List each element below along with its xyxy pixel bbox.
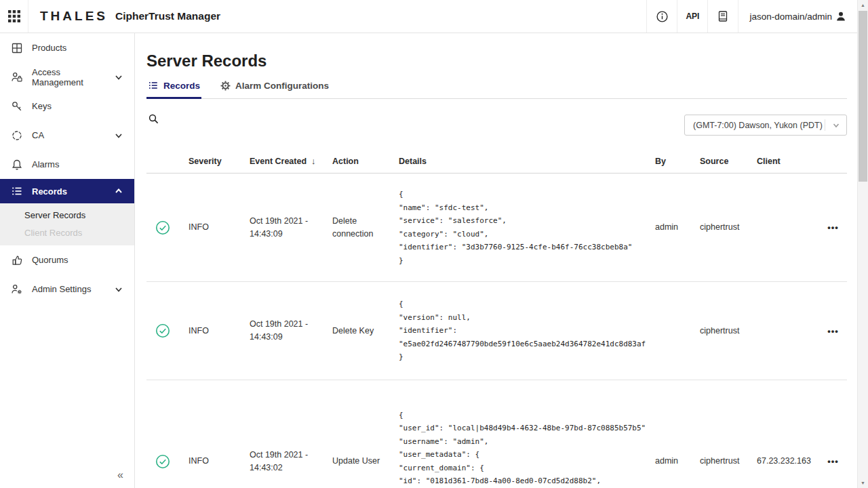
- table-row[interactable]: INFO Oct 19th 2021 - 14:43:09 Delete con…: [146, 174, 847, 282]
- action-cell: Delete connection: [323, 215, 389, 241]
- source-cell: ciphertrust: [690, 221, 747, 234]
- success-check-icon: [155, 454, 170, 469]
- column-source[interactable]: Source: [690, 157, 747, 166]
- filter-row: (GMT-7:00) Dawson, Yukon (PDT): [146, 99, 847, 142]
- tab-bar: Records Alarm Configurations: [146, 75, 847, 99]
- chevron-down-icon: [114, 73, 123, 82]
- chevron-down-icon: [825, 119, 846, 131]
- timezone-select[interactable]: (GMT-7:00) Dawson, Yukon (PDT): [684, 115, 847, 136]
- key-icon: [11, 100, 23, 113]
- vertical-scrollbar[interactable]: ▲ ▼: [857, 0, 868, 488]
- sidebar-item-client-records[interactable]: Client Records: [0, 224, 134, 241]
- tab-records[interactable]: Records: [146, 75, 201, 99]
- source-cell: ciphertrust: [690, 325, 747, 338]
- column-severity[interactable]: Severity: [179, 157, 240, 166]
- severity-cell: INFO: [179, 455, 240, 468]
- product-name: CipherTrust Manager: [115, 10, 220, 22]
- tab-label: Alarm Configurations: [235, 81, 329, 91]
- certificate-authority-icon: [11, 129, 23, 142]
- event-created-cell: Oct 19th 2021 - 14:43:09: [240, 215, 323, 241]
- app-grid-icon: [7, 9, 21, 23]
- details-cell: { "version": null, "identifier": "e5ae02…: [389, 298, 646, 364]
- tab-alarm-configurations[interactable]: Alarm Configurations: [219, 75, 330, 99]
- sidebar-item-label: Keys: [32, 101, 52, 111]
- records-submenu: Server Records Client Records: [0, 203, 134, 245]
- user-menu-button[interactable]: jason-domain/admin: [738, 0, 857, 33]
- success-check-icon: [155, 323, 170, 338]
- table-row[interactable]: INFO Oct 19th 2021 - 14:43:02 Update Use…: [146, 380, 847, 488]
- admin-settings-icon: [11, 283, 23, 296]
- records-list-icon: [11, 185, 23, 197]
- scrollbar-thumb[interactable]: [859, 11, 867, 182]
- sidebar-item-access-management[interactable]: Access Management: [0, 62, 134, 92]
- column-details[interactable]: Details: [389, 157, 646, 166]
- products-grid-icon: [11, 42, 23, 54]
- docs-button[interactable]: [707, 0, 738, 33]
- sidebar-item-keys[interactable]: Keys: [0, 92, 134, 121]
- user-icon: [835, 11, 846, 22]
- chevron-down-icon: [114, 131, 123, 140]
- details-cell: { "name": "sfdc-test", "service": "sales…: [389, 188, 646, 267]
- sidebar-item-label: Quorums: [32, 255, 68, 265]
- event-created-cell: Oct 19th 2021 - 14:43:09: [240, 318, 323, 344]
- action-cell: Update User: [323, 455, 389, 468]
- sidebar-item-admin-settings[interactable]: Admin Settings: [0, 274, 134, 304]
- sidebar-item-ca[interactable]: CA: [0, 121, 134, 150]
- app-launcher-button[interactable]: [0, 0, 28, 33]
- sidebar-item-label: Admin Settings: [32, 284, 91, 294]
- row-menu-button[interactable]: •••: [823, 218, 843, 237]
- details-cell: { "user_id": "local|b48d49b4-4632-48be-9…: [389, 409, 646, 488]
- sidebar: Products Access Management Keys CA: [0, 33, 135, 488]
- info-button[interactable]: [646, 0, 677, 33]
- sidebar-item-label: CA: [32, 130, 44, 140]
- sidebar-item-products[interactable]: Products: [0, 33, 134, 62]
- access-management-icon: [11, 71, 23, 83]
- chevron-down-icon: [114, 285, 123, 294]
- source-cell: ciphertrust: [690, 455, 747, 468]
- by-cell: admin: [646, 221, 690, 234]
- table-row[interactable]: INFO Oct 19th 2021 - 14:43:09 Delete Key…: [146, 282, 847, 380]
- thales-logo: THALES: [40, 9, 108, 24]
- sidebar-item-label: Records: [32, 186, 67, 197]
- chevron-up-icon: [114, 186, 123, 196]
- scroll-up-icon[interactable]: ▲: [858, 3, 868, 7]
- event-created-cell: Oct 19th 2021 - 14:43:02: [240, 449, 323, 474]
- book-icon: [717, 10, 729, 22]
- user-domain-label: jason-domain/admin: [749, 12, 832, 22]
- column-action[interactable]: Action: [323, 157, 389, 166]
- api-button[interactable]: API: [677, 0, 707, 33]
- gear-icon: [220, 81, 231, 91]
- severity-cell: INFO: [179, 325, 240, 338]
- page-title: Server Records: [146, 33, 847, 71]
- info-icon: [656, 10, 669, 23]
- sort-desc-icon[interactable]: ↓: [311, 156, 316, 166]
- sidebar-item-label: Products: [32, 43, 66, 53]
- thumbs-up-icon: [11, 254, 23, 266]
- sidebar-item-records[interactable]: Records: [0, 179, 134, 203]
- severity-cell: INFO: [179, 221, 240, 234]
- top-bar: THALES CipherTrust Manager API jason-dom…: [0, 0, 857, 33]
- column-by[interactable]: By: [646, 157, 690, 166]
- sidebar-item-quorums[interactable]: Quorums: [0, 245, 134, 274]
- search-button[interactable]: [148, 113, 159, 127]
- search-icon: [148, 113, 159, 125]
- main-content: Server Records Records Alarm Confi: [135, 33, 857, 488]
- tab-label: Records: [163, 81, 200, 91]
- column-client[interactable]: Client: [747, 157, 810, 166]
- sidebar-item-server-records[interactable]: Server Records: [0, 206, 134, 224]
- by-cell: admin: [646, 455, 690, 468]
- row-menu-button[interactable]: •••: [823, 452, 843, 470]
- records-list-icon: [148, 80, 159, 91]
- bell-icon: [11, 159, 23, 171]
- row-menu-button[interactable]: •••: [823, 322, 843, 340]
- sidebar-item-alarms[interactable]: Alarms: [0, 150, 134, 179]
- sidebar-item-label: Access Management: [32, 67, 105, 87]
- success-check-icon: [155, 220, 170, 235]
- timezone-selected-value: (GMT-7:00) Dawson, Yukon (PDT): [693, 121, 823, 130]
- action-cell: Delete Key: [323, 325, 389, 338]
- column-event-created[interactable]: Event Created ↓: [240, 156, 323, 166]
- sidebar-item-label: Alarms: [32, 159, 59, 169]
- scroll-down-icon[interactable]: ▼: [858, 481, 868, 485]
- table-header: Severity Event Created ↓ Action Details …: [146, 149, 847, 174]
- sidebar-collapse-button[interactable]: «: [115, 466, 126, 484]
